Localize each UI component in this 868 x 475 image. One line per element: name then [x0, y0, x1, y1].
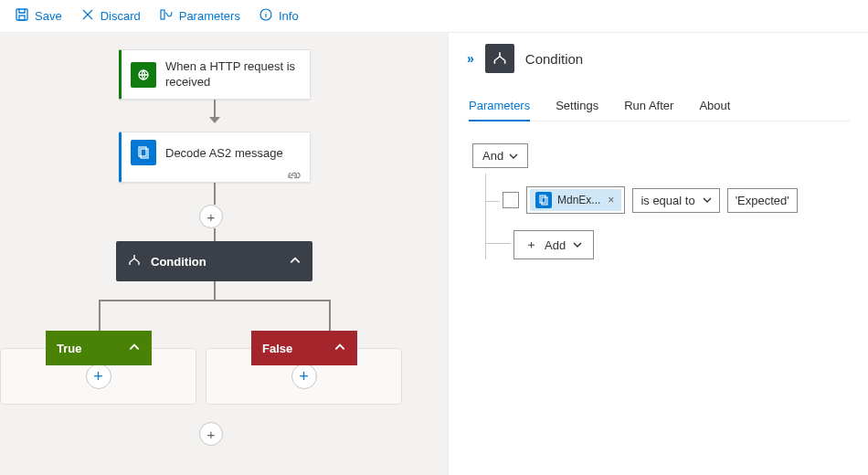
false-label: False: [262, 342, 292, 355]
condition-icon: [127, 253, 142, 270]
parameters-icon: [159, 7, 174, 25]
connector: [214, 183, 216, 205]
connector: [214, 100, 216, 118]
chevron-down-icon: [573, 240, 582, 249]
group-operator-label: And: [482, 149, 503, 163]
true-label: True: [57, 342, 81, 355]
condition-label: Condition: [151, 255, 206, 269]
decode-label: Decode AS2 message: [165, 146, 283, 160]
remove-token-button[interactable]: ×: [606, 194, 616, 206]
add-action-button[interactable]: +: [86, 364, 111, 389]
parameters-button[interactable]: Parameters: [152, 4, 248, 28]
group-operator-dropdown[interactable]: And: [472, 143, 528, 168]
svg-rect-7: [540, 195, 545, 203]
save-icon: [15, 7, 29, 25]
svg-rect-1: [19, 16, 25, 20]
tab-about[interactable]: About: [699, 91, 730, 121]
info-button[interactable]: Info: [251, 4, 306, 28]
panel-tabs: Parameters Settings Run After About: [467, 91, 850, 121]
chevron-up-icon: [289, 254, 302, 269]
plus-icon: ＋: [525, 237, 537, 253]
operand-right-value: 'Expected': [736, 194, 789, 207]
tab-settings[interactable]: Settings: [556, 91, 598, 121]
connector: [214, 281, 216, 300]
operand-right-input[interactable]: 'Expected': [727, 188, 798, 213]
dynamic-token[interactable]: MdnEx... ×: [530, 189, 621, 211]
panel-title: Condition: [525, 51, 583, 67]
tab-parameters[interactable]: Parameters: [469, 91, 530, 121]
operator-dropdown[interactable]: is equal to: [632, 188, 719, 213]
condition-node[interactable]: Condition: [116, 241, 312, 281]
insert-step-button[interactable]: +: [199, 205, 223, 228]
info-label: Info: [279, 9, 299, 23]
arrow-icon: [209, 117, 220, 123]
action-node-decode[interactable]: Decode AS2 message: [119, 132, 311, 183]
discard-button[interactable]: Discard: [73, 4, 148, 28]
document-icon: [131, 140, 156, 165]
http-icon: [131, 62, 156, 88]
connector: [99, 300, 331, 301]
add-rule-button[interactable]: ＋ Add: [513, 230, 594, 259]
svg-rect-0: [16, 9, 27, 20]
toolbar: Save Discard Parameters Info: [0, 0, 868, 33]
chevron-down-icon: [509, 152, 518, 161]
chevron-down-icon: [703, 195, 712, 205]
true-branch-header[interactable]: True: [46, 331, 152, 365]
condition-rule-row: MdnEx... × is equal to 'Expected': [486, 186, 850, 214]
trigger-label: When a HTTP request is received: [165, 59, 301, 90]
info-icon: [259, 7, 273, 25]
document-icon: [535, 192, 552, 208]
collapse-panel-button[interactable]: »: [467, 51, 474, 66]
trigger-node-http[interactable]: When a HTTP request is received: [119, 49, 311, 100]
connector: [99, 300, 101, 331]
connector: [329, 300, 331, 331]
save-label: Save: [35, 9, 62, 23]
designer-canvas[interactable]: When a HTTP request is received Decode A…: [0, 33, 448, 475]
add-label: Add: [545, 238, 566, 252]
tab-run-after[interactable]: Run After: [624, 91, 673, 121]
save-button[interactable]: Save: [7, 4, 69, 28]
insert-step-button[interactable]: +: [199, 422, 223, 446]
link-icon: [288, 169, 301, 183]
operand-left-input[interactable]: MdnEx... ×: [526, 186, 625, 214]
close-icon: [80, 7, 95, 25]
connector: [214, 228, 216, 241]
svg-rect-2: [161, 10, 164, 19]
chevron-up-icon: [333, 341, 346, 356]
rule-checkbox[interactable]: [503, 192, 519, 208]
chevron-up-icon: [128, 341, 141, 356]
false-branch-header[interactable]: False: [251, 331, 357, 365]
token-label: MdnEx...: [557, 194, 600, 206]
condition-icon: [485, 44, 514, 73]
svg-rect-8: [542, 197, 547, 205]
discard-label: Discard: [101, 9, 141, 23]
operator-label: is equal to: [640, 194, 694, 207]
add-action-button[interactable]: +: [291, 364, 317, 389]
parameters-label: Parameters: [179, 9, 240, 23]
details-panel: » Condition Parameters Settings Run Afte…: [448, 33, 868, 475]
